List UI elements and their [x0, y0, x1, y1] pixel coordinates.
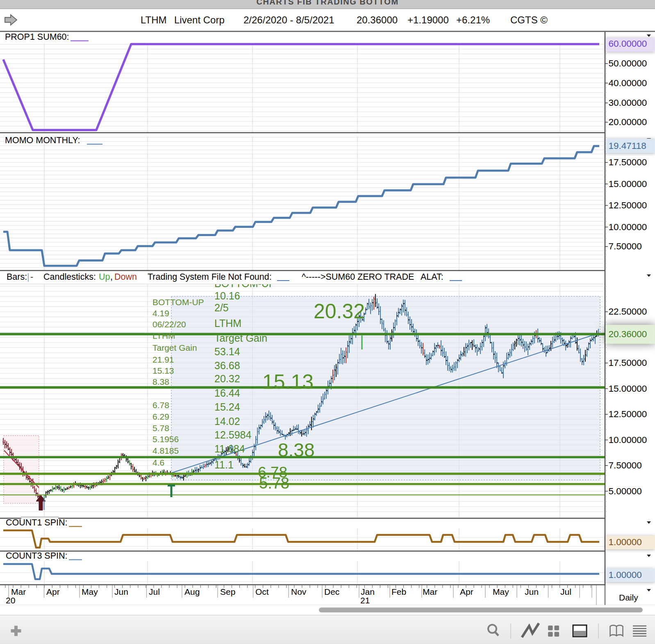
svg-text:Trading System File Not Found:: Trading System File Not Found:: [148, 272, 272, 282]
svg-text:15.13: 15.13: [262, 370, 314, 393]
svg-text:5.78: 5.78: [259, 475, 289, 492]
svg-text:Sep: Sep: [220, 587, 235, 596]
svg-text:1.00000: 1.00000: [609, 537, 642, 547]
svg-text:COUNT3 SPIN:: COUNT3 SPIN:: [6, 551, 68, 561]
svg-text:20.32: 20.32: [314, 300, 365, 323]
svg-text:Daily: Daily: [619, 593, 638, 602]
svg-text:Aug: Aug: [184, 587, 200, 596]
svg-text:Candlesticks:: Candlesticks:: [43, 272, 96, 282]
svg-text:Mar: Mar: [423, 587, 437, 596]
svg-text:4.19: 4.19: [152, 308, 169, 318]
svg-text:11.684: 11.684: [214, 443, 245, 454]
svg-text:16.44: 16.44: [214, 387, 240, 399]
svg-text:6.29: 6.29: [152, 412, 169, 421]
svg-text:6.78: 6.78: [152, 400, 169, 410]
svg-text:PROP1 SUM60:: PROP1 SUM60:: [5, 32, 69, 42]
svg-text:^----->SUM60 ZERO TRADE: ^----->SUM60 ZERO TRADE: [302, 272, 414, 282]
svg-text:Mar: Mar: [11, 587, 26, 596]
svg-text:20.32: 20.32: [214, 373, 240, 384]
svg-text:10.00000: 10.00000: [609, 435, 647, 445]
svg-text:15.00000: 15.00000: [609, 384, 647, 394]
svg-text:11.1: 11.1: [214, 459, 234, 470]
svg-text:Up: Up: [99, 272, 110, 282]
svg-text:21: 21: [360, 596, 370, 605]
svg-text:Target Gain: Target Gain: [152, 343, 197, 352]
svg-text:20.00000: 20.00000: [609, 117, 647, 127]
svg-text:06/22/20: 06/22/20: [152, 320, 186, 329]
svg-text:60.00000: 60.00000: [609, 39, 647, 49]
svg-text:12.50000: 12.50000: [609, 200, 647, 210]
svg-text:8.38: 8.38: [152, 377, 169, 386]
svg-text:,: ,: [110, 272, 113, 282]
svg-text:50.00000: 50.00000: [609, 58, 647, 69]
svg-text:Down: Down: [114, 272, 137, 282]
svg-text:15.24: 15.24: [214, 401, 240, 413]
svg-text:20: 20: [6, 596, 15, 605]
svg-text:Target Gain: Target Gain: [214, 332, 267, 344]
svg-text:20.36000: 20.36000: [609, 329, 647, 339]
svg-text:Oct: Oct: [255, 587, 269, 596]
svg-text:Nov: Nov: [291, 587, 307, 596]
svg-text:Feb: Feb: [391, 587, 406, 596]
svg-text:15.00000: 15.00000: [609, 179, 647, 189]
svg-text:21.91: 21.91: [152, 355, 174, 364]
svg-text:Jul: Jul: [149, 587, 160, 596]
svg-text:-: -: [30, 272, 33, 282]
svg-text:19.47118: 19.47118: [609, 141, 646, 151]
svg-text:2/5: 2/5: [214, 302, 229, 313]
svg-text:MOMO MONTHLY:: MOMO MONTHLY:: [5, 135, 80, 145]
svg-text:30.00000: 30.00000: [609, 98, 647, 108]
svg-text:40.00000: 40.00000: [609, 78, 647, 88]
svg-text:BOTTOM-UP: BOTTOM-UP: [152, 297, 204, 307]
svg-text:LTHM: LTHM: [214, 317, 241, 329]
svg-text:12.50000: 12.50000: [609, 409, 647, 419]
svg-text:5.00000: 5.00000: [609, 486, 642, 496]
svg-text:|: |: [27, 272, 30, 282]
svg-text:53.14: 53.14: [214, 346, 240, 357]
svg-text:10.00000: 10.00000: [609, 222, 647, 232]
svg-text:15.13: 15.13: [152, 366, 174, 375]
svg-text:Jun: Jun: [525, 587, 539, 596]
svg-text:14.02: 14.02: [214, 416, 240, 427]
svg-text:Jun: Jun: [114, 587, 128, 596]
svg-text:22.50000: 22.50000: [609, 306, 647, 317]
svg-text:May: May: [493, 587, 509, 596]
svg-text:12.5984: 12.5984: [214, 429, 251, 441]
svg-text:May: May: [82, 587, 98, 596]
svg-text:10.16: 10.16: [214, 290, 240, 301]
svg-text:5.78: 5.78: [152, 423, 169, 433]
svg-text:17.50000: 17.50000: [609, 157, 647, 167]
svg-text:4.8185: 4.8185: [152, 446, 179, 455]
svg-text:7.50000: 7.50000: [609, 460, 642, 470]
svg-text:1.00000: 1.00000: [609, 570, 642, 580]
svg-text:Apr: Apr: [460, 587, 473, 596]
svg-text:7.50000: 7.50000: [609, 241, 642, 251]
svg-text:Bars:: Bars:: [7, 272, 27, 282]
svg-text:36.68: 36.68: [214, 360, 240, 371]
svg-text:ALAT:: ALAT:: [421, 272, 443, 282]
svg-text:4.6: 4.6: [152, 458, 164, 467]
svg-text:Jan: Jan: [361, 587, 375, 596]
svg-text:Apr: Apr: [46, 587, 60, 596]
svg-text:Jul: Jul: [560, 587, 571, 596]
svg-text:Dec: Dec: [324, 587, 339, 596]
svg-text:17.50000: 17.50000: [609, 358, 647, 368]
svg-text:5.1956: 5.1956: [152, 434, 179, 444]
svg-text:LTHM: LTHM: [152, 331, 175, 340]
svg-text:COUNT1 SPIN:: COUNT1 SPIN:: [6, 518, 68, 528]
svg-text:8.38: 8.38: [278, 439, 315, 461]
